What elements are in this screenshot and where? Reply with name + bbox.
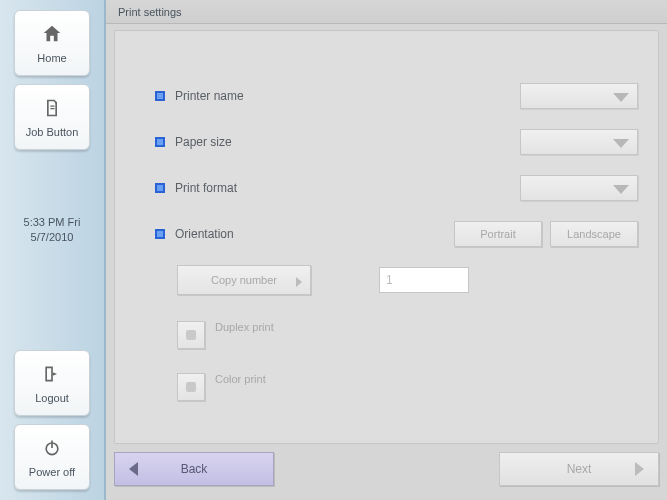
row-print-format: Print format	[155, 173, 638, 203]
triangle-right-icon	[635, 462, 644, 476]
power-off-label: Power off	[29, 466, 75, 478]
printer-name-dropdown[interactable]	[520, 83, 638, 109]
job-button-icon	[40, 96, 64, 120]
paper-size-dropdown[interactable]	[520, 129, 638, 155]
duplex-checkbox[interactable]	[177, 321, 205, 349]
checkbox-inner-icon	[186, 330, 196, 340]
row-printer-name: Printer name	[155, 81, 638, 111]
settings-panel: Printer name Paper size	[114, 30, 659, 444]
home-button[interactable]: Home	[14, 10, 90, 76]
bullet-icon	[155, 137, 165, 147]
triangle-right-icon	[296, 277, 302, 287]
svg-rect-3	[51, 441, 53, 449]
row-copy-number: Copy number	[155, 265, 638, 295]
bullet-icon	[155, 91, 165, 101]
logout-label: Logout	[35, 392, 69, 404]
footer-nav: Back Next	[114, 452, 659, 492]
next-button[interactable]: Next	[499, 452, 659, 486]
row-paper-size: Paper size	[155, 127, 638, 157]
landscape-button[interactable]: Landscape	[550, 221, 638, 247]
home-label: Home	[37, 52, 66, 64]
checkbox-inner-icon	[186, 382, 196, 392]
svg-rect-0	[50, 106, 54, 107]
duplex-label: Duplex print	[215, 321, 274, 333]
datetime-display: 5:33 PM Fri 5/7/2010	[0, 215, 104, 246]
job-button[interactable]: Job Button	[14, 84, 90, 150]
main-area: Print settings Printer name Paper size	[106, 0, 667, 500]
page-title: Print settings	[106, 0, 667, 24]
power-off-button[interactable]: Power off	[14, 424, 90, 490]
copy-number-button-label: Copy number	[211, 274, 277, 286]
chevron-down-icon	[613, 185, 629, 194]
copy-number-button[interactable]: Copy number	[177, 265, 311, 295]
orientation-label: Orientation	[175, 227, 375, 241]
portrait-button[interactable]: Portrait	[454, 221, 542, 247]
row-duplex: Duplex print	[177, 321, 638, 355]
color-label: Color print	[215, 373, 266, 385]
triangle-left-icon	[129, 462, 138, 476]
back-button[interactable]: Back	[114, 452, 274, 486]
row-color: Color print	[177, 373, 638, 407]
copy-number-input[interactable]	[379, 267, 469, 293]
logout-button[interactable]: Logout	[14, 350, 90, 416]
bullet-icon	[155, 183, 165, 193]
date-line: 5/7/2010	[0, 230, 104, 245]
paper-size-label: Paper size	[175, 135, 375, 149]
job-button-label: Job Button	[26, 126, 79, 138]
printer-name-label: Printer name	[175, 89, 375, 103]
row-orientation: Orientation Portrait Landscape	[155, 219, 638, 249]
sidebar: Home Job Button 5:33 PM Fri 5/7/2010 Log…	[0, 0, 106, 500]
time-line: 5:33 PM Fri	[0, 215, 104, 230]
next-label: Next	[567, 462, 592, 476]
color-checkbox[interactable]	[177, 373, 205, 401]
print-format-dropdown[interactable]	[520, 175, 638, 201]
chevron-down-icon	[613, 93, 629, 102]
print-format-label: Print format	[175, 181, 375, 195]
power-icon	[40, 436, 64, 460]
chevron-down-icon	[613, 139, 629, 148]
logout-icon	[40, 362, 64, 386]
bullet-icon	[155, 229, 165, 239]
svg-rect-1	[50, 108, 54, 109]
back-label: Back	[181, 462, 208, 476]
home-icon	[40, 22, 64, 46]
